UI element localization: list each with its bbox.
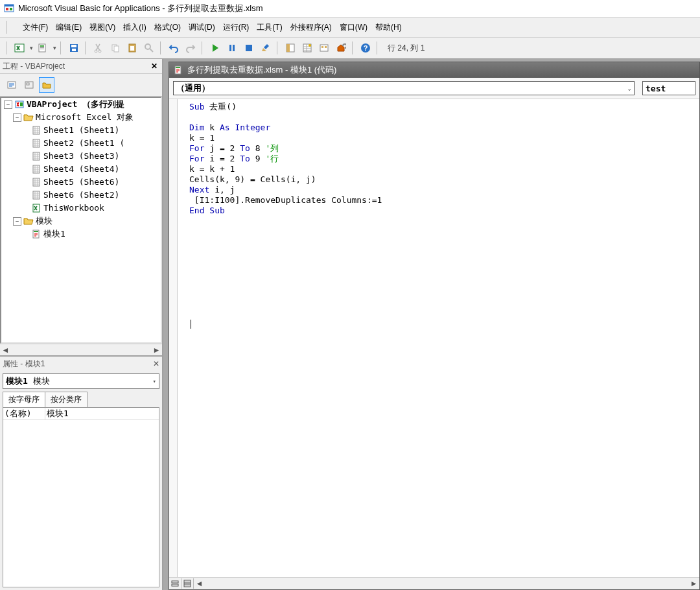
tab-alphabetic[interactable]: 按字母序 (3, 392, 45, 407)
insert-module-dropdown[interactable]: ▾ (52, 45, 57, 51)
code-window: 多行列提取去重数据.xlsm - 模块1 (代码) （通用） ⌄ test (169, 62, 700, 590)
svg-rect-48 (172, 584, 178, 586)
svg-rect-3 (10, 8, 12, 10)
workbook-icon (31, 203, 41, 213)
view-code-button[interactable] (4, 77, 19, 93)
properties-grid[interactable]: (名称) 模块1 (3, 407, 159, 587)
svg-rect-8 (40, 49, 44, 49)
menu-window[interactable]: 窗口(W) (337, 21, 370, 34)
copy-button[interactable] (108, 40, 123, 56)
menu-help[interactable]: 帮助(H) (373, 21, 404, 34)
code-editor[interactable]: Sub 去重() Dim k As Integer k = 1 For j = … (178, 99, 699, 577)
help-button[interactable]: ? (358, 40, 373, 56)
property-row[interactable]: (名称) 模块1 (3, 408, 159, 420)
pause-button[interactable] (224, 40, 240, 56)
menu-insert[interactable]: 插入(I) (121, 21, 148, 34)
code-window-titlebar[interactable]: 多行列提取去重数据.xlsm - 模块1 (代码) (169, 62, 699, 78)
thisworkbook-node[interactable]: ThisWorkbook (43, 202, 104, 215)
svg-text:?: ? (364, 44, 368, 52)
svg-rect-23 (286, 44, 290, 52)
menu-file[interactable]: 文件(F) (20, 21, 51, 34)
view-object-button[interactable] (21, 77, 37, 93)
project-panel-title: 工程 - VBAProject ✕ (0, 59, 162, 74)
svg-rect-27 (321, 46, 323, 48)
svg-rect-1 (5, 5, 14, 6)
tab-categorized[interactable]: 按分类序 (45, 392, 88, 407)
undo-button[interactable] (166, 40, 181, 56)
properties-object-combo[interactable]: 模块1 模块 ▾ (3, 373, 159, 389)
modules-folder-node[interactable]: 模块 (36, 215, 52, 228)
module1-node[interactable]: 模块1 (43, 228, 65, 241)
sheet-node[interactable]: Sheet5 (Sheet6) (43, 176, 119, 189)
menu-view[interactable]: 视图(V) (87, 21, 118, 34)
project-root-node[interactable]: VBAProject （多行列提 (27, 98, 124, 111)
properties-button[interactable] (299, 40, 315, 56)
sheet-node[interactable]: Sheet2 (Sheet1 ( (43, 137, 124, 150)
mdi-area: 多行列提取去重数据.xlsm - 模块1 (代码) （通用） ⌄ test (163, 59, 700, 590)
svg-rect-44 (34, 231, 38, 232)
sheet-node[interactable]: Sheet6 (Sheet2) (43, 189, 119, 202)
property-value[interactable]: 模块1 (45, 408, 159, 419)
stop-button[interactable] (241, 40, 257, 56)
expander-icon[interactable]: − (13, 113, 21, 122)
svg-rect-6 (40, 45, 44, 47)
scroll-left-icon[interactable]: ◄ (194, 578, 205, 589)
vba-app-icon (4, 3, 14, 14)
menu-edit[interactable]: 编辑(E) (53, 21, 84, 34)
menu-run[interactable]: 运行(R) (220, 21, 252, 34)
project-hscroll[interactable]: ◄ ► (0, 344, 162, 355)
svg-rect-28 (325, 46, 327, 48)
insert-module-button[interactable] (35, 40, 51, 56)
sheet-node[interactable]: Sheet1 (Sheet1) (43, 124, 119, 137)
menu-format[interactable]: 格式(O) (152, 21, 183, 34)
svg-rect-42 (33, 204, 40, 212)
design-mode-button[interactable] (258, 40, 274, 56)
view-excel-button[interactable] (12, 40, 27, 56)
svg-rect-10 (71, 45, 76, 47)
find-button[interactable] (141, 40, 157, 56)
toolbox-button[interactable] (333, 40, 349, 56)
property-name: (名称) (3, 408, 45, 419)
svg-rect-21 (246, 45, 252, 51)
menu-tools[interactable]: 工具(T) (254, 21, 285, 34)
object-browser-button[interactable] (316, 40, 332, 56)
chevron-down-icon: ▾ (153, 378, 156, 384)
sheet-icon (31, 151, 41, 161)
chevron-down-icon: ⌄ (628, 85, 631, 91)
scroll-right-icon[interactable]: ► (688, 578, 699, 589)
project-panel-close[interactable]: ✕ (149, 61, 159, 71)
cut-button[interactable] (91, 40, 106, 56)
expander-icon[interactable]: − (4, 100, 12, 109)
menu-addins[interactable]: 外接程序(A) (288, 21, 334, 34)
folder-open-icon (23, 216, 34, 226)
toggle-folders-button[interactable] (39, 77, 54, 93)
svg-rect-7 (40, 47, 44, 48)
save-button[interactable] (66, 40, 82, 56)
titlebar: Microsoft Visual Basic for Applications … (0, 0, 700, 18)
svg-rect-26 (320, 45, 328, 51)
svg-rect-19 (229, 45, 231, 51)
run-button[interactable] (207, 40, 223, 56)
procedure-view-button[interactable] (169, 578, 181, 589)
project-tree[interactable]: −VBAProject （多行列提 −Microsoft Excel 对象 Sh… (0, 97, 162, 344)
object-combo[interactable]: （通用） ⌄ (173, 81, 635, 95)
procedure-combo[interactable]: test (642, 81, 695, 95)
excel-objects-node[interactable]: Microsoft Excel 对象 (36, 111, 134, 124)
svg-rect-33 (27, 83, 29, 85)
project-explorer-button[interactable] (283, 40, 298, 56)
code-hscroll[interactable]: ◄ ► (169, 577, 699, 589)
redo-button[interactable] (183, 40, 198, 56)
margin-indicator-bar[interactable] (169, 99, 178, 577)
scroll-left-icon[interactable]: ◄ (0, 345, 11, 355)
module-icon (31, 229, 41, 239)
full-module-view-button[interactable] (181, 578, 194, 589)
sheet-node[interactable]: Sheet3 (Sheet3) (43, 150, 119, 163)
menu-debug[interactable]: 调试(D) (186, 21, 218, 34)
properties-panel-close[interactable]: ✕ (153, 359, 159, 368)
sheet-icon (31, 190, 41, 200)
expander-icon[interactable]: − (13, 217, 21, 226)
view-excel-dropdown[interactable]: ▾ (29, 45, 34, 51)
sheet-node[interactable]: Sheet4 (Sheet4) (43, 163, 119, 176)
paste-button[interactable] (124, 40, 140, 56)
scroll-right-icon[interactable]: ► (151, 345, 162, 355)
